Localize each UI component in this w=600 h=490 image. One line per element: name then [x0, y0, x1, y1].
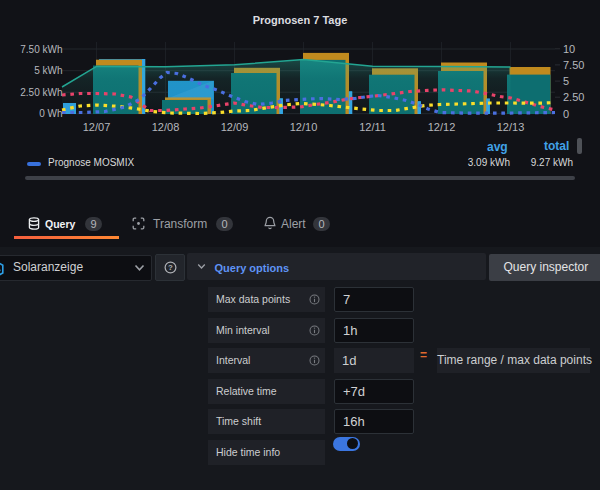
svg-text:0 Wh: 0 Wh [39, 108, 62, 119]
svg-text:7.50: 7.50 [563, 59, 584, 71]
svg-text:2.50: 2.50 [563, 91, 584, 103]
svg-text:5 kWh: 5 kWh [34, 65, 62, 76]
svg-text:0: 0 [563, 108, 569, 120]
svg-text:?: ? [168, 263, 173, 272]
svg-text:7.50 kWh: 7.50 kWh [20, 44, 62, 55]
svg-text:12/12: 12/12 [428, 121, 456, 133]
svg-text:10: 10 [563, 43, 575, 55]
svg-text:2.50 kWh: 2.50 kWh [20, 87, 62, 98]
svg-text:5: 5 [563, 75, 569, 87]
svg-text:Prognosen 7 Tage: Prognosen 7 Tage [253, 14, 348, 26]
svg-text:12/10: 12/10 [290, 121, 318, 133]
svg-text:12/13: 12/13 [497, 121, 525, 133]
svg-text:12/08: 12/08 [152, 121, 180, 133]
svg-text:12/09: 12/09 [221, 121, 249, 133]
svg-text:12/07: 12/07 [83, 121, 111, 133]
svg-text:12/11: 12/11 [359, 121, 386, 133]
